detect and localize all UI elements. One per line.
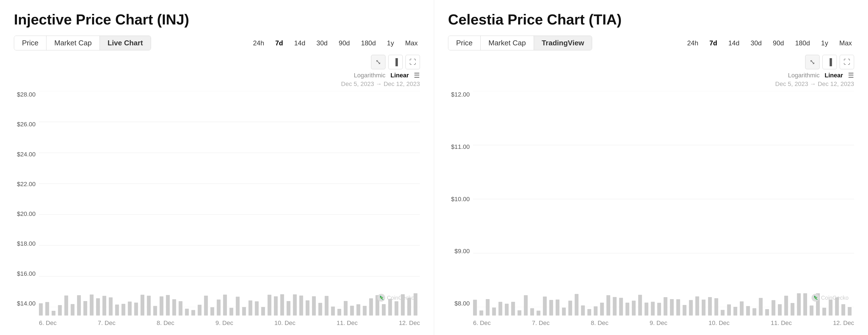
- time-btn-24h[interactable]: 24h: [685, 38, 701, 48]
- svg-rect-55: [337, 309, 341, 315]
- fullscreen-icon[interactable]: ⛶: [840, 55, 854, 69]
- svg-rect-53: [325, 296, 329, 315]
- coingecko-watermark: 🦎CoinGecko: [377, 294, 414, 302]
- x-axis-label: 8. Dec: [591, 319, 609, 327]
- fullscreen-icon[interactable]: ⛶: [405, 55, 420, 69]
- tab-market-cap[interactable]: Market Cap: [480, 36, 534, 50]
- scale-linear[interactable]: Linear: [391, 72, 409, 79]
- svg-rect-116: [746, 306, 750, 315]
- line-chart-icon[interactable]: ⤡: [371, 55, 385, 69]
- scale-row: LogarithmicLinear☰: [448, 71, 854, 79]
- line-chart-icon[interactable]: ⤡: [805, 55, 819, 69]
- chart-svg: [39, 91, 420, 307]
- svg-rect-26: [153, 306, 157, 315]
- time-btn-7d[interactable]: 7d: [707, 38, 719, 48]
- svg-rect-124: [797, 293, 801, 315]
- svg-rect-10: [52, 311, 56, 315]
- time-btn-30d[interactable]: 30d: [748, 38, 764, 48]
- time-btn-Max[interactable]: Max: [403, 38, 420, 48]
- svg-rect-73: [473, 300, 477, 315]
- svg-rect-13: [71, 304, 74, 315]
- time-btn-90d[interactable]: 90d: [337, 38, 352, 48]
- scale-linear[interactable]: Linear: [825, 72, 843, 79]
- chart-title: Celestia Price Chart (TIA): [448, 11, 854, 28]
- svg-rect-11: [58, 305, 62, 315]
- svg-rect-38: [229, 308, 233, 315]
- bar-chart-icon[interactable]: ▐: [388, 55, 403, 69]
- y-axis: $12.00$11.00$10.00$9.00$8.00: [448, 91, 473, 307]
- hamburger-menu-icon[interactable]: ☰: [414, 71, 420, 79]
- date-range: Dec 5, 2023 → Dec 12, 2023: [14, 81, 420, 88]
- coingecko-watermark: 🦎CoinGecko: [811, 294, 848, 302]
- svg-rect-103: [663, 297, 668, 315]
- y-axis-label: $22.00: [14, 181, 39, 188]
- svg-rect-119: [765, 309, 769, 315]
- svg-rect-117: [752, 308, 756, 315]
- time-btn-1y[interactable]: 1y: [819, 38, 830, 48]
- time-period-group: 24h7d14d30d90d180d1yMax: [251, 38, 420, 48]
- scale-logarithmic[interactable]: Logarithmic: [354, 72, 385, 79]
- svg-rect-36: [217, 300, 221, 315]
- svg-rect-92: [594, 306, 598, 315]
- svg-rect-43: [261, 307, 265, 315]
- time-btn-90d[interactable]: 90d: [771, 38, 786, 48]
- svg-rect-52: [318, 303, 322, 315]
- svg-rect-101: [651, 302, 655, 315]
- svg-rect-24: [141, 295, 144, 315]
- time-btn-Max[interactable]: Max: [837, 38, 854, 48]
- svg-rect-100: [645, 303, 649, 315]
- tab-market-cap[interactable]: Market Cap: [46, 36, 99, 50]
- controls-row: PriceMarket CapLive Chart24h7d14d30d90d1…: [14, 36, 420, 50]
- tab-group: PriceMarket CapTradingView: [448, 36, 592, 50]
- svg-rect-9: [45, 302, 49, 315]
- x-axis-label: 9. Dec: [216, 319, 233, 327]
- svg-rect-59: [363, 306, 367, 315]
- controls-row: PriceMarket CapTradingView24h7d14d30d90d…: [448, 36, 854, 50]
- tab-tradingview[interactable]: TradingView: [534, 36, 592, 50]
- time-btn-1y[interactable]: 1y: [384, 38, 396, 48]
- svg-rect-58: [356, 304, 361, 315]
- x-axis-label: 10. Dec: [708, 319, 730, 327]
- tab-price[interactable]: Price: [448, 36, 480, 50]
- chart-panel-tia: Celestia Price Chart (TIA)PriceMarket Ca…: [434, 0, 868, 335]
- svg-rect-64: [395, 301, 399, 315]
- y-axis-label: $9.00: [448, 248, 473, 255]
- svg-rect-86: [556, 300, 560, 315]
- time-btn-7d[interactable]: 7d: [273, 38, 285, 48]
- svg-rect-51: [312, 296, 316, 315]
- time-btn-14d[interactable]: 14d: [292, 38, 308, 48]
- svg-rect-15: [84, 301, 87, 315]
- coingecko-label: CoinGecko: [821, 295, 848, 301]
- time-btn-30d[interactable]: 30d: [314, 38, 330, 48]
- svg-rect-40: [242, 307, 246, 315]
- y-axis-label: $26.00: [14, 121, 39, 128]
- time-btn-14d[interactable]: 14d: [726, 38, 742, 48]
- svg-rect-80: [518, 310, 522, 315]
- svg-rect-81: [524, 295, 528, 315]
- x-axis-label: 11. Dec: [771, 319, 792, 327]
- svg-rect-46: [280, 294, 284, 315]
- time-btn-24h[interactable]: 24h: [251, 38, 267, 48]
- svg-rect-123: [791, 303, 795, 315]
- coingecko-logo: 🦎: [811, 294, 819, 302]
- hamburger-menu-icon[interactable]: ☰: [848, 71, 854, 79]
- tab-price[interactable]: Price: [14, 36, 46, 50]
- time-period-group: 24h7d14d30d90d180d1yMax: [685, 38, 854, 48]
- svg-rect-132: [848, 307, 851, 315]
- scale-logarithmic[interactable]: Logarithmic: [788, 72, 819, 79]
- svg-rect-84: [543, 297, 547, 315]
- svg-rect-12: [64, 296, 68, 315]
- svg-rect-42: [255, 301, 259, 315]
- time-btn-180d[interactable]: 180d: [793, 38, 812, 48]
- x-axis-label: 12. Dec: [833, 319, 854, 327]
- tab-live-chart[interactable]: Live Chart: [100, 36, 151, 50]
- y-axis: $28.00$26.00$24.00$22.00$20.00$18.00$16.…: [14, 91, 39, 307]
- svg-rect-20: [115, 305, 119, 315]
- time-btn-180d[interactable]: 180d: [359, 38, 378, 48]
- svg-rect-118: [759, 298, 763, 315]
- bar-chart-icon[interactable]: ▐: [823, 55, 837, 69]
- svg-rect-27: [160, 296, 163, 315]
- y-axis-label: $28.00: [14, 91, 39, 98]
- svg-rect-57: [350, 306, 354, 315]
- svg-rect-29: [173, 299, 176, 315]
